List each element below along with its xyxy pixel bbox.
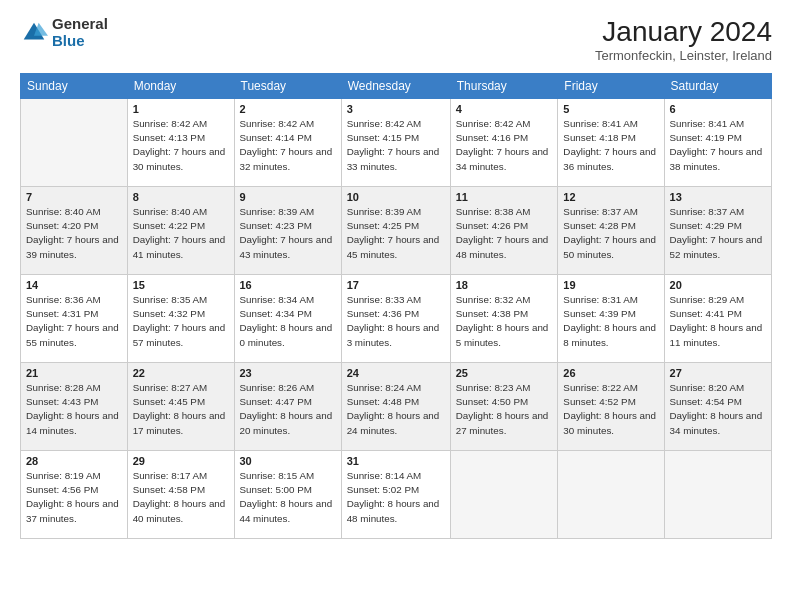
table-row: 6Sunrise: 8:41 AMSunset: 4:19 PMDaylight…: [664, 99, 771, 187]
col-tuesday: Tuesday: [234, 74, 341, 99]
table-row: 5Sunrise: 8:41 AMSunset: 4:18 PMDaylight…: [558, 99, 664, 187]
day-info: Sunrise: 8:19 AMSunset: 4:56 PMDaylight:…: [26, 469, 122, 526]
calendar-header-row: Sunday Monday Tuesday Wednesday Thursday…: [21, 74, 772, 99]
title-block: January 2024 Termonfeckin, Leinster, Ire…: [595, 16, 772, 63]
day-number: 10: [347, 191, 445, 203]
table-row: 15Sunrise: 8:35 AMSunset: 4:32 PMDayligh…: [127, 275, 234, 363]
table-row: 7Sunrise: 8:40 AMSunset: 4:20 PMDaylight…: [21, 187, 128, 275]
table-row: [450, 451, 558, 539]
day-info: Sunrise: 8:17 AMSunset: 4:58 PMDaylight:…: [133, 469, 229, 526]
day-number: 24: [347, 367, 445, 379]
day-number: 13: [670, 191, 766, 203]
day-number: 27: [670, 367, 766, 379]
day-number: 22: [133, 367, 229, 379]
day-number: 3: [347, 103, 445, 115]
day-number: 7: [26, 191, 122, 203]
table-row: 14Sunrise: 8:36 AMSunset: 4:31 PMDayligh…: [21, 275, 128, 363]
day-info: Sunrise: 8:29 AMSunset: 4:41 PMDaylight:…: [670, 293, 766, 350]
table-row: 2Sunrise: 8:42 AMSunset: 4:14 PMDaylight…: [234, 99, 341, 187]
logo-general: General: [52, 16, 108, 33]
day-number: 4: [456, 103, 553, 115]
table-row: 28Sunrise: 8:19 AMSunset: 4:56 PMDayligh…: [21, 451, 128, 539]
day-info: Sunrise: 8:41 AMSunset: 4:19 PMDaylight:…: [670, 117, 766, 174]
day-number: 21: [26, 367, 122, 379]
day-number: 17: [347, 279, 445, 291]
day-number: 31: [347, 455, 445, 467]
calendar-week-row: 14Sunrise: 8:36 AMSunset: 4:31 PMDayligh…: [21, 275, 772, 363]
day-number: 28: [26, 455, 122, 467]
col-thursday: Thursday: [450, 74, 558, 99]
day-info: Sunrise: 8:40 AMSunset: 4:22 PMDaylight:…: [133, 205, 229, 262]
col-monday: Monday: [127, 74, 234, 99]
day-number: 20: [670, 279, 766, 291]
day-number: 15: [133, 279, 229, 291]
col-sunday: Sunday: [21, 74, 128, 99]
day-info: Sunrise: 8:23 AMSunset: 4:50 PMDaylight:…: [456, 381, 553, 438]
day-info: Sunrise: 8:34 AMSunset: 4:34 PMDaylight:…: [240, 293, 336, 350]
month-title: January 2024: [595, 16, 772, 48]
table-row: 19Sunrise: 8:31 AMSunset: 4:39 PMDayligh…: [558, 275, 664, 363]
day-info: Sunrise: 8:39 AMSunset: 4:25 PMDaylight:…: [347, 205, 445, 262]
table-row: 21Sunrise: 8:28 AMSunset: 4:43 PMDayligh…: [21, 363, 128, 451]
table-row: [21, 99, 128, 187]
day-info: Sunrise: 8:39 AMSunset: 4:23 PMDaylight:…: [240, 205, 336, 262]
day-info: Sunrise: 8:31 AMSunset: 4:39 PMDaylight:…: [563, 293, 658, 350]
calendar-week-row: 21Sunrise: 8:28 AMSunset: 4:43 PMDayligh…: [21, 363, 772, 451]
day-number: 29: [133, 455, 229, 467]
header: General Blue January 2024 Termonfeckin, …: [20, 16, 772, 63]
day-number: 9: [240, 191, 336, 203]
table-row: 30Sunrise: 8:15 AMSunset: 5:00 PMDayligh…: [234, 451, 341, 539]
logo-icon: [20, 19, 48, 47]
day-info: Sunrise: 8:32 AMSunset: 4:38 PMDaylight:…: [456, 293, 553, 350]
day-info: Sunrise: 8:37 AMSunset: 4:29 PMDaylight:…: [670, 205, 766, 262]
day-info: Sunrise: 8:41 AMSunset: 4:18 PMDaylight:…: [563, 117, 658, 174]
day-info: Sunrise: 8:36 AMSunset: 4:31 PMDaylight:…: [26, 293, 122, 350]
table-row: 16Sunrise: 8:34 AMSunset: 4:34 PMDayligh…: [234, 275, 341, 363]
day-info: Sunrise: 8:26 AMSunset: 4:47 PMDaylight:…: [240, 381, 336, 438]
table-row: 29Sunrise: 8:17 AMSunset: 4:58 PMDayligh…: [127, 451, 234, 539]
day-number: 25: [456, 367, 553, 379]
calendar-week-row: 28Sunrise: 8:19 AMSunset: 4:56 PMDayligh…: [21, 451, 772, 539]
day-info: Sunrise: 8:22 AMSunset: 4:52 PMDaylight:…: [563, 381, 658, 438]
day-number: 6: [670, 103, 766, 115]
day-info: Sunrise: 8:38 AMSunset: 4:26 PMDaylight:…: [456, 205, 553, 262]
day-info: Sunrise: 8:42 AMSunset: 4:13 PMDaylight:…: [133, 117, 229, 174]
table-row: 24Sunrise: 8:24 AMSunset: 4:48 PMDayligh…: [341, 363, 450, 451]
day-info: Sunrise: 8:35 AMSunset: 4:32 PMDaylight:…: [133, 293, 229, 350]
table-row: 18Sunrise: 8:32 AMSunset: 4:38 PMDayligh…: [450, 275, 558, 363]
day-info: Sunrise: 8:42 AMSunset: 4:15 PMDaylight:…: [347, 117, 445, 174]
table-row: 4Sunrise: 8:42 AMSunset: 4:16 PMDaylight…: [450, 99, 558, 187]
logo-blue: Blue: [52, 33, 108, 50]
day-info: Sunrise: 8:24 AMSunset: 4:48 PMDaylight:…: [347, 381, 445, 438]
day-info: Sunrise: 8:27 AMSunset: 4:45 PMDaylight:…: [133, 381, 229, 438]
table-row: 9Sunrise: 8:39 AMSunset: 4:23 PMDaylight…: [234, 187, 341, 275]
location: Termonfeckin, Leinster, Ireland: [595, 48, 772, 63]
calendar-week-row: 1Sunrise: 8:42 AMSunset: 4:13 PMDaylight…: [21, 99, 772, 187]
day-number: 8: [133, 191, 229, 203]
table-row: 8Sunrise: 8:40 AMSunset: 4:22 PMDaylight…: [127, 187, 234, 275]
day-info: Sunrise: 8:42 AMSunset: 4:14 PMDaylight:…: [240, 117, 336, 174]
table-row: 25Sunrise: 8:23 AMSunset: 4:50 PMDayligh…: [450, 363, 558, 451]
table-row: 17Sunrise: 8:33 AMSunset: 4:36 PMDayligh…: [341, 275, 450, 363]
day-number: 18: [456, 279, 553, 291]
day-number: 23: [240, 367, 336, 379]
day-info: Sunrise: 8:28 AMSunset: 4:43 PMDaylight:…: [26, 381, 122, 438]
day-number: 2: [240, 103, 336, 115]
day-info: Sunrise: 8:33 AMSunset: 4:36 PMDaylight:…: [347, 293, 445, 350]
logo-text: General Blue: [52, 16, 108, 49]
day-number: 26: [563, 367, 658, 379]
day-info: Sunrise: 8:20 AMSunset: 4:54 PMDaylight:…: [670, 381, 766, 438]
day-number: 5: [563, 103, 658, 115]
table-row: 20Sunrise: 8:29 AMSunset: 4:41 PMDayligh…: [664, 275, 771, 363]
table-row: 31Sunrise: 8:14 AMSunset: 5:02 PMDayligh…: [341, 451, 450, 539]
page: General Blue January 2024 Termonfeckin, …: [0, 0, 792, 612]
table-row: [664, 451, 771, 539]
table-row: 10Sunrise: 8:39 AMSunset: 4:25 PMDayligh…: [341, 187, 450, 275]
table-row: 23Sunrise: 8:26 AMSunset: 4:47 PMDayligh…: [234, 363, 341, 451]
col-wednesday: Wednesday: [341, 74, 450, 99]
table-row: 26Sunrise: 8:22 AMSunset: 4:52 PMDayligh…: [558, 363, 664, 451]
day-number: 19: [563, 279, 658, 291]
col-friday: Friday: [558, 74, 664, 99]
table-row: 22Sunrise: 8:27 AMSunset: 4:45 PMDayligh…: [127, 363, 234, 451]
calendar: Sunday Monday Tuesday Wednesday Thursday…: [20, 73, 772, 539]
